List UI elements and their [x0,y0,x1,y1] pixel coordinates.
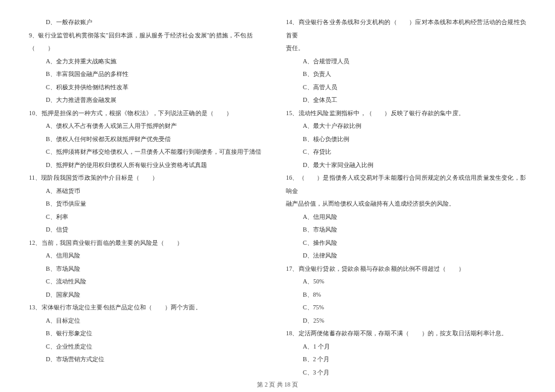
option-item: B、银行形象定位 [29,327,269,340]
option-item: B、8% [286,288,526,302]
option-item: C、企业性质定位 [29,340,269,353]
option-item: B、丰富我国金融产品的多样性 [29,68,269,81]
option-item: B、债权人任何时候都无权就抵押财产优先受偿 [29,133,269,146]
option-item: A、50% [286,275,526,288]
option-item: C、积极支持供给侧结构性改革 [29,81,269,94]
option-item: A、全力支持重大战略实施 [29,55,269,68]
option-item: D、大力推进普惠金融发展 [29,93,269,107]
option-item: D、全体员工 [286,93,526,107]
left-column: D、一般存款账户 9、银行业监管机构贯彻落实"回归本源，服从服务于经济社会发展"… [21,16,278,379]
question-11: 11、现阶段我国货币政策的中介目标是（ ） [29,171,269,185]
q-text: 银行业监管机构贯彻落实"回归本源，服从服务于经济社会发展"的措施，不包括（ ） [29,32,253,52]
option-item: B、市场风险 [29,262,269,276]
question-10: 10、抵押是担保的一种方式，根据《物权法》，下列说法正确的是（ ） [29,107,269,120]
option-item: A、最大十户存款比例 [286,119,526,133]
option-item: A、信用风险 [286,210,526,224]
q-num: 18、 [286,330,299,337]
q-num: 17、 [286,265,299,272]
q-text: 定活两便储蓄存款存期不限，存期不满（ ）的，按支取日活期利率计息。 [299,330,508,337]
option-item: C、流动性风险 [29,275,269,288]
option-item: D、一般存款账户 [29,16,269,29]
option-item: B、2 个月 [286,353,526,366]
q-continuation: 融产品价值，从而给债权人或金融持有人造成经济损失的风险。 [286,197,526,210]
question-16: 16、（ ）是指债务人或交易对手未能履行合同所规定的义务或信用质量发生变化，影响… [286,171,526,197]
option-item: B、负责人 [286,68,526,81]
option-item: A、合规管理人员 [286,55,526,68]
q-text: 宋体银行市场定位主要包括产品定位和（ ）两个方面。 [42,304,201,311]
q-text: 商业银行贷款，贷款余额与存款余额的比例不得超过（ ） [299,265,465,272]
q-num: 13、 [29,304,42,311]
option-item: B、货币供应量 [29,197,269,210]
option-item: C、75% [286,301,526,314]
question-15: 15、流动性风险监测指标中，（ ）反映了银行存款的集中度。 [286,107,526,120]
q-num: 9、 [29,32,38,39]
option-item: A、信用风险 [29,249,269,262]
option-item: D、信贷 [29,223,269,236]
option-item: D、25% [286,314,526,327]
option-item: D、法律风险 [286,249,526,262]
q-text: 当前，我国商业银行面临的最主要的风险是（ ） [42,239,183,246]
q-text: （ ）是指债务人或交易对手未能履行合同所规定的义务或信用质量发生变化，影响金 [286,174,526,194]
option-item: C、操作风险 [286,236,526,250]
q-text: 流动性风险监测指标中，（ ）反映了银行存款的集中度。 [299,110,465,116]
q-num: 11、 [29,174,41,181]
option-item: C、高管人员 [286,81,526,94]
option-item: A、基础货币 [29,185,269,198]
option-item: C、3 个月 [286,366,526,379]
option-item: C、抵押须将财产移交给债权人，一旦债务人不能履行到期债务，可直接用于清偿 [29,145,269,159]
q-num: 16、 [286,174,299,181]
q-text: 现阶段我国货币政策的中介目标是（ ） [41,174,158,181]
question-9: 9、银行业监管机构贯彻落实"回归本源，服从服务于经济社会发展"的措施，不包括（ … [29,29,269,55]
option-item: B、市场风险 [286,223,526,236]
q-continuation: 责任。 [286,42,526,55]
q-text: 商业银行各业务条线和分支机构的（ ）应对本条线和本机构经营活动的合规性负首要 [286,19,526,39]
q-text: 抵押是担保的一种方式，根据《物权法》，下列说法正确的是（ ） [42,110,232,116]
option-item: D、国家风险 [29,288,269,302]
question-17: 17、商业银行贷款，贷款余额与存款余额的比例不得超过（ ） [286,262,526,276]
option-item: A、目标定位 [29,314,269,327]
option-item: B、核心负债比例 [286,133,526,146]
q-num: 12、 [29,239,42,246]
page-footer: 第 2 页 共 18 页 [0,381,555,389]
q-num: 10、 [29,110,42,116]
option-item: D、市场营销方式定位 [29,353,269,366]
option-item: C、利率 [29,210,269,224]
right-column: 14、商业银行各业务条线和分支机构的（ ）应对本条线和本机构经营活动的合规性负首… [278,16,534,379]
question-18: 18、定活两便储蓄存款存期不限，存期不满（ ）的，按支取日活期利率计息。 [286,327,526,340]
option-item: D、最大十家同业融入比例 [286,159,526,172]
question-13: 13、宋体银行市场定位主要包括产品定位和（ ）两个方面。 [29,301,269,314]
option-item: A、1 个月 [286,340,526,353]
question-14: 14、商业银行各业务条线和分支机构的（ ）应对本条线和本机构经营活动的合规性负首… [286,16,526,42]
option-item: A、债权人不占有债务人或第三人用于抵押的财产 [29,119,269,133]
exam-page: D、一般存款账户 9、银行业监管机构贯彻落实"回归本源，服从服务于经济社会发展"… [0,0,555,392]
question-12: 12、当前，我国商业银行面临的最主要的风险是（ ） [29,236,269,250]
option-item: D、抵押财产的使用权归债权人所有银行业从业资格考试真题 [29,159,269,172]
q-num: 14、 [286,19,299,25]
q-num: 15、 [286,110,299,116]
option-item: C、存贷比 [286,145,526,159]
